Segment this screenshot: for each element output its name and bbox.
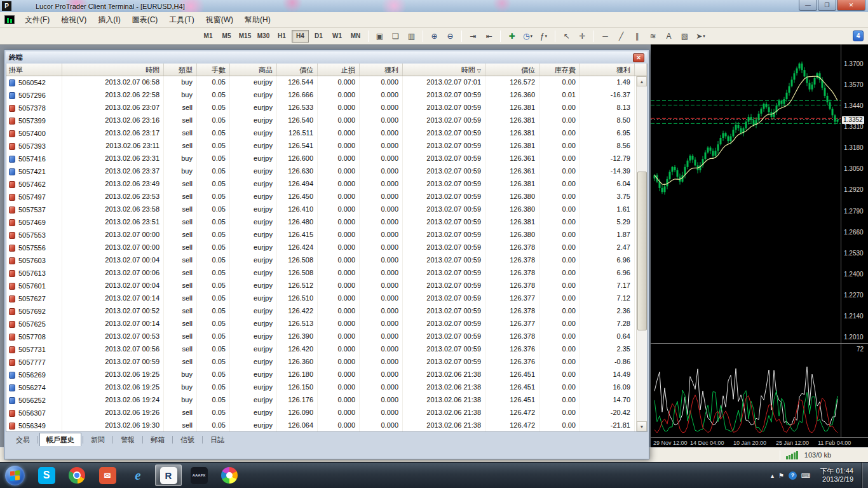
fibonacci-icon[interactable]: ≋ [646,30,660,43]
menu-item-0[interactable]: 文件(F) [19,13,55,27]
timeframe-mn-button[interactable]: MN [347,30,364,43]
cascade-windows-icon[interactable]: ❏ [388,30,403,43]
taskbar-mail-icon[interactable]: ✉ [94,464,121,486]
tab-5[interactable]: 信號 [174,433,201,446]
period-icon[interactable]: ◷▾ [520,30,535,43]
taskbar-skype-icon[interactable]: S [33,464,60,486]
zoom-out-icon[interactable]: ⊖ [443,30,458,43]
arrows-icon[interactable]: ➤▾ [693,30,708,43]
history-row[interactable]: 50573992013.02.06 23:16sell0.05eurjpy126… [6,114,636,127]
history-row[interactable]: 50562742013.02.06 19:25buy0.05eurjpy126.… [6,381,636,394]
history-row[interactable]: 50577772013.02.07 00:59sell0.05eurjpy126… [6,356,636,369]
timeframe-d1-button[interactable]: D1 [310,30,327,43]
menu-item-2[interactable]: 插入(I) [92,13,126,27]
column-header-order[interactable]: 掛單 [6,64,62,76]
tab-2[interactable]: 新聞 [85,433,111,446]
column-header-type[interactable]: 類型 [164,64,197,76]
column-header-stop-loss[interactable]: 止損 [318,64,360,76]
minimize-button[interactable]: — [799,0,817,11]
tab-6[interactable]: 日誌 [204,433,231,446]
indicator-chart[interactable] [651,344,841,437]
tile-vertical-icon[interactable]: ▥ [404,30,419,43]
channel-icon[interactable]: ∥ [630,30,644,43]
history-row[interactable]: 50575562013.02.07 00:00sell0.05eurjpy126… [6,241,636,254]
history-row[interactable]: 50575372013.02.06 23:58sell0.05eurjpy126… [6,203,636,216]
timeframe-h4-button[interactable]: H4 [292,30,309,43]
history-row[interactable]: 50575532013.02.07 00:00sell0.05eurjpy126… [6,229,636,241]
taskbar-internet-explorer-icon[interactable]: e [125,464,151,486]
column-header-open-time[interactable]: 時間 [62,64,164,76]
timeframe-m30-button[interactable]: M30 [255,30,272,43]
menu-item-3[interactable]: 圖表(C) [126,13,164,27]
menu-item-6[interactable]: 幫助(H) [239,13,276,27]
scrollbar-thumb[interactable] [637,172,647,330]
close-button[interactable]: ✕ [837,0,865,11]
notification-badge[interactable]: 4 [853,30,864,41]
taskbar-aaafx-icon[interactable]: AAAFX [186,464,212,486]
history-row[interactable]: 50576012013.02.07 00:04sell0.05eurjpy126… [6,280,636,292]
history-row[interactable]: 50562522013.02.06 19:24buy0.05eurjpy126.… [6,394,636,407]
terminal-close-button[interactable]: ✕ [633,53,644,62]
action-center-icon[interactable]: ⚑ [778,472,784,479]
menu-item-5[interactable]: 視窗(W) [200,13,239,27]
trendline-icon[interactable]: ╱ [614,30,628,43]
history-row[interactable]: 50605422013.02.07 06:58buy0.05eurjpy126.… [6,76,636,89]
tile-windows-icon[interactable]: ▣ [372,30,387,43]
crosshair-icon[interactable]: ✛ [575,30,590,43]
start-button[interactable] [5,466,25,485]
maximize-button[interactable]: ❐ [818,0,836,11]
tab-3[interactable]: 警報 [114,433,141,446]
history-row[interactable]: 50574692013.02.06 23:51sell0.05eurjpy126… [6,216,636,229]
history-row[interactable]: 50576272013.02.07 00:14sell0.05eurjpy126… [6,292,636,305]
vertical-scrollbar[interactable]: ▲ ▼ [636,76,647,431]
history-row[interactable]: 50563072013.02.06 19:26sell0.05eurjpy126… [6,407,636,419]
timeframe-h1-button[interactable]: H1 [273,30,290,43]
history-row[interactable]: 50577312013.02.07 00:56sell0.05eurjpy126… [6,343,636,356]
taskbar-clock[interactable]: 下午 01:44 2013/2/19 [820,467,853,484]
indicators-icon[interactable]: ƒ▾ [536,30,551,43]
chart-panel[interactable]: 1.3352 1.37001.35701.34401.33101.31801.3… [651,44,868,447]
taskbar-photoscape-icon[interactable] [216,464,243,486]
history-row[interactable]: 50573932013.02.06 23:11sell0.05eurjpy126… [6,140,636,152]
timeframe-m1-button[interactable]: M1 [200,30,217,43]
history-row[interactable]: 50574972013.02.06 23:53sell0.05eurjpy126… [6,191,636,203]
history-row[interactable]: 50574002013.02.06 23:17sell0.05eurjpy126… [6,127,636,140]
text-tool-icon[interactable]: A [661,30,676,43]
column-header-profit[interactable]: 獲利 [580,64,635,76]
zoom-in-icon[interactable]: ⊕ [427,30,442,43]
history-row[interactable]: 50563492013.02.06 19:30sell0.05eurjpy126… [6,419,636,431]
history-row[interactable]: 50576922013.02.07 00:52sell0.05eurjpy126… [6,305,636,318]
column-header-lots[interactable]: 手數 [197,64,230,76]
history-row[interactable]: 50577082013.02.07 00:53sell0.05eurjpy126… [6,330,636,343]
price-chart[interactable] [651,44,841,343]
tab-1[interactable]: 帳戶歷史 [39,433,81,446]
price-scale[interactable]: 1.3352 1.37001.35701.34401.33101.31801.3… [841,44,868,437]
scroll-down-button[interactable]: ▼ [637,421,647,431]
help-icon[interactable]: ? [789,471,797,480]
column-header-symbol[interactable]: 商品 [230,64,277,76]
taskbar-protrader-icon[interactable]: R [155,464,182,486]
timeframe-m15-button[interactable]: M15 [236,30,254,43]
column-header-close-time[interactable]: 時間▽ [403,64,485,76]
column-header-close-price[interactable]: 價位 [485,64,539,76]
history-row[interactable]: 50572962013.02.06 22:58buy0.05eurjpy126.… [6,89,636,102]
new-window-icon[interactable]: ✚ [505,30,519,43]
horizontal-line-icon[interactable]: ─ [598,30,613,43]
scroll-up-button[interactable]: ▲ [637,76,647,86]
history-row[interactable]: 50562692013.02.06 19:25buy0.05eurjpy126.… [6,369,636,381]
history-row[interactable]: 50574622013.02.06 23:49sell0.05eurjpy126… [6,178,636,191]
timeframe-w1-button[interactable]: W1 [329,30,346,43]
tab-0[interactable]: 交易 [10,433,36,446]
cursor-icon[interactable]: ↖ [559,30,574,43]
taskbar-chrome-icon[interactable] [64,464,90,486]
show-desktop-button[interactable] [862,463,868,488]
menu-item-4[interactable]: 工具(T) [163,13,200,27]
column-header-open-price[interactable]: 價位 [277,64,318,76]
column-header-swap[interactable]: 庫存費 [539,64,580,76]
history-row[interactable]: 50574162013.02.06 23:31buy0.05eurjpy126.… [6,152,636,165]
terminal-title-bar[interactable]: 終端 ✕ [6,51,648,64]
auto-scroll-icon[interactable]: ⇥ [466,30,480,43]
keyboard-icon[interactable]: ⌨ [801,472,810,479]
history-row[interactable]: 50574212013.02.06 23:37buy0.05eurjpy126.… [6,165,636,178]
history-row[interactable]: 50576252013.02.07 00:14sell0.05eurjpy126… [6,318,636,330]
